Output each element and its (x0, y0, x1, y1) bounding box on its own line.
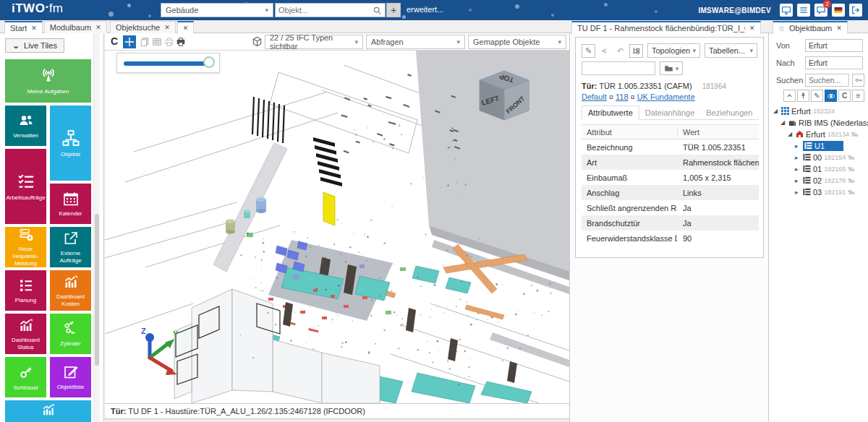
add-object-button[interactable]: + (386, 3, 401, 17)
navigation-cube[interactable]: TOP LEFT FRONT (480, 71, 529, 120)
menu-button[interactable] (797, 4, 810, 17)
decorative-dot (515, 4, 519, 9)
ifc-types-dropdown[interactable]: 22 / 25 IFC Typen sichtbar▾ (265, 35, 363, 49)
tile-meine-aufgaben[interactable]: Meine Aufgaben (5, 59, 91, 103)
link-uk-fundamente[interactable]: UK Fundamente (637, 92, 695, 101)
tile-neue-helpdesk-meldung[interactable]: Neue Helpdesk-Meldung (5, 227, 46, 267)
undo-button[interactable]: ↶ (613, 44, 627, 58)
tile-zylinder[interactable]: Zylinder (50, 314, 91, 354)
tab-objektbaum[interactable]: ☆Objektbaum✕ (773, 21, 848, 34)
tree-node-rib-ims[interactable]: ◢ RIB IMS (Niederlassung Erf (769, 117, 868, 128)
queries-dropdown[interactable]: Abfragen▾ (366, 35, 465, 49)
move-icon (124, 37, 135, 47)
tile-planung[interactable]: Planung (5, 270, 46, 311)
tree-node-erfurt-root[interactable]: ◢ Erfurt 182324 (769, 106, 868, 116)
tab-3d-view[interactable]: ✕ (177, 21, 195, 34)
tree-node-erfurt-building[interactable]: ◢ Erfurt 182134 ‰ (769, 129, 868, 139)
tree-node-00[interactable]: ▸ 00 182154 ‰ (769, 152, 868, 163)
expand-icon[interactable]: ◢ (773, 108, 779, 114)
tab-dateianhaenge[interactable]: Dateianhänge (639, 106, 701, 119)
expand-icon[interactable]: ◢ (788, 131, 793, 137)
tile-objekte[interactable]: Objekte (50, 106, 91, 181)
key-search-button[interactable] (852, 74, 864, 87)
visibility-button[interactable] (825, 90, 837, 102)
tile-schluessel[interactable]: Schlüssel (5, 357, 46, 397)
tile-verwalten[interactable]: Verwalten (5, 106, 46, 146)
zoom-slider-knob[interactable] (203, 56, 215, 68)
tree-node-03[interactable]: ▸ 03 182191 ‰ (769, 186, 868, 197)
nach-input[interactable] (805, 56, 863, 69)
hierarchy-button[interactable] (629, 44, 643, 58)
expand-icon[interactable]: ▸ (795, 177, 801, 184)
tile-externe-auftraege[interactable]: Externe Aufträge (50, 227, 91, 267)
messages-button[interactable]: 2 (814, 4, 827, 17)
tab-beziehungen[interactable]: Beziehungen (700, 106, 758, 119)
expand-icon[interactable]: ▸ (795, 154, 801, 161)
expand-icon[interactable]: ▸ (795, 189, 801, 196)
refresh-icon[interactable]: C (111, 35, 118, 47)
tile-arbeitsauftraege[interactable]: Arbeitsaufträge (5, 149, 46, 224)
topologies-dropdown[interactable]: Topologien▾ (647, 43, 700, 58)
tab-start[interactable]: Start✕ (4, 21, 43, 34)
close-icon[interactable]: ✕ (31, 25, 37, 32)
close-icon[interactable]: ✕ (836, 25, 842, 32)
pan-button[interactable] (123, 35, 136, 48)
viewer-toolbar: C 22 / 25 IFC Typen sichtbar▾ Abfragen▾ … (105, 33, 569, 51)
attribute-filter-input[interactable] (582, 61, 655, 75)
pin-button[interactable] (797, 90, 809, 102)
object-search-input[interactable] (278, 6, 373, 14)
tile-dashboard-status[interactable]: Dashboard Status (5, 314, 46, 354)
star-icon[interactable]: ☆ (778, 25, 785, 33)
screen-button[interactable] (780, 4, 793, 17)
language-button[interactable] (832, 4, 845, 17)
tab-attributwerte[interactable]: Attributwerte (582, 106, 639, 120)
3d-viewport[interactable]: TOP LEFT FRONT Z Y (105, 51, 569, 403)
close-icon[interactable]: ✕ (749, 25, 755, 32)
tree-node-01[interactable]: ▸ 01 182165 ‰ (769, 163, 868, 174)
close-icon[interactable]: ✕ (183, 25, 189, 32)
expand-icon[interactable]: ▸ (795, 165, 801, 173)
edit-button[interactable]: ✎ (582, 44, 595, 58)
tile-kalender[interactable]: Kalender (50, 184, 91, 224)
menu-button[interactable]: ≡ (852, 90, 864, 102)
link-default[interactable]: Default (582, 92, 607, 101)
copy-button[interactable] (138, 35, 151, 48)
close-icon[interactable]: ✕ (164, 24, 170, 31)
refresh-button[interactable]: C (838, 90, 851, 102)
expand-icon[interactable]: ◢ (780, 119, 786, 126)
tab-objektsuche[interactable]: Objektsuche✕ (110, 21, 176, 33)
folder-dropdown[interactable]: ▾ (660, 61, 683, 75)
advanced-search-link[interactable]: erweitert... (407, 5, 443, 14)
tile-dashboard-kosten[interactable]: Dashboard Kosten (50, 270, 91, 311)
suchen-input[interactable] (805, 74, 849, 87)
tree-node-u1[interactable]: ▸ U1 (769, 140, 868, 151)
selected-node[interactable]: U1 (803, 141, 843, 151)
print-button[interactable] (174, 35, 187, 48)
tab-door-object[interactable]: TU DF 1 - Rahmenstock flächenbündig:TÜR_… (571, 21, 761, 34)
expand-icon[interactable]: ▸ (795, 142, 801, 150)
tab-modulbaum[interactable]: Modulbaum✕ (44, 21, 107, 33)
building-dropdown-value: Gebäude (166, 6, 198, 14)
sidebar-scrollbar[interactable] (93, 33, 100, 422)
share-icon: < (602, 46, 606, 55)
floor-icon (803, 188, 811, 196)
logout-button[interactable] (849, 4, 862, 17)
collapse-all-button[interactable] (783, 90, 796, 102)
live-tiles-collapse-button[interactable]: ⌄ Live Tiles (5, 38, 64, 53)
von-input[interactable] (805, 39, 863, 52)
table-view-button[interactable] (150, 35, 163, 48)
building-dropdown[interactable]: Gebäude ▾ (161, 3, 273, 17)
zoom-slider-bar[interactable] (124, 61, 210, 66)
scrollbar-thumb[interactable] (95, 214, 99, 366)
app-logo[interactable]: iTWO.fm (12, 1, 64, 16)
tables-dropdown[interactable]: Tabellen...▾ (705, 43, 757, 58)
close-icon[interactable]: ✕ (95, 24, 101, 31)
mapped-objects-dropdown[interactable]: Gemappte Objekte▾ (468, 35, 566, 49)
link-118[interactable]: 118 (616, 92, 629, 101)
tile-objektliste[interactable]: Objektliste (50, 357, 91, 397)
undo-icon: ↶ (617, 46, 624, 56)
tree-node-02[interactable]: ▸ 02 182178 ‰ (769, 175, 868, 186)
edit-button[interactable]: ✎ (811, 90, 823, 102)
tile-chart[interactable] (5, 400, 91, 422)
share-button[interactable]: < (597, 44, 611, 58)
